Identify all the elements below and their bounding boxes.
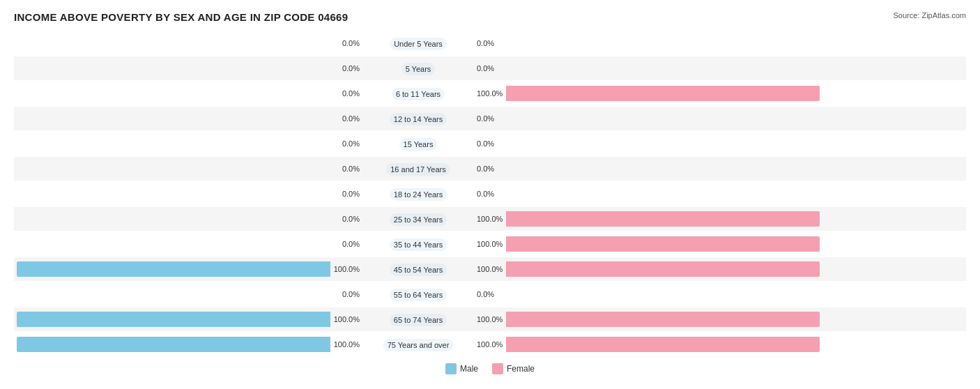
left-bar-container <box>17 86 330 101</box>
left-bar-container <box>17 36 330 51</box>
bar-label: 18 to 24 Years <box>390 188 447 201</box>
right-section: 0.0% <box>474 136 822 151</box>
female-bar <box>506 261 820 277</box>
chart-area: 0.0% Under 5 Years 0.0% 0.0% 5 Years <box>14 31 966 356</box>
left-section: 100.0% <box>14 337 362 352</box>
male-bar <box>17 261 330 277</box>
chart-title: INCOME ABOVE POVERTY BY SEX AND AGE IN Z… <box>14 11 348 23</box>
bar-row: 0.0% 5 Years 0.0% <box>14 56 966 80</box>
bar-label: 16 and 17 Years <box>386 163 450 176</box>
female-value: 100.0% <box>477 89 506 98</box>
label-section: 45 to 54 Years <box>362 263 474 276</box>
bar-row: 0.0% 25 to 34 Years 100.0% <box>14 207 966 231</box>
left-bar-container <box>17 287 330 302</box>
bar-row: 100.0% 75 Years and over 100.0% <box>14 333 966 356</box>
label-section: 12 to 14 Years <box>362 112 474 125</box>
female-value: 0.0% <box>477 139 506 148</box>
male-value: 100.0% <box>330 340 360 349</box>
bar-row: 0.0% 55 to 64 Years 0.0% <box>14 282 966 306</box>
bar-label: 12 to 14 Years <box>390 113 447 125</box>
female-value: 100.0% <box>477 215 506 223</box>
label-section: 16 and 17 Years <box>362 162 474 176</box>
left-section: 0.0% <box>14 111 362 126</box>
male-value: 0.0% <box>330 39 360 47</box>
bar-row: 0.0% Under 5 Years 0.0% <box>14 31 966 55</box>
female-value: 0.0% <box>477 39 506 47</box>
bar-row: 0.0% 35 to 44 Years 100.0% <box>14 232 966 256</box>
left-bar-container <box>17 312 330 327</box>
right-bar-container <box>506 111 820 126</box>
female-value: 0.0% <box>477 190 506 198</box>
left-bar-container <box>17 261 330 277</box>
male-value: 0.0% <box>330 240 360 248</box>
right-section: 0.0% <box>474 36 822 51</box>
male-bar <box>17 337 330 352</box>
legend-female: Female <box>492 363 535 374</box>
female-value: 0.0% <box>477 290 506 298</box>
bar-label: 6 to 11 Years <box>392 88 445 100</box>
label-section: 75 Years and over <box>362 338 474 351</box>
bar-row: 0.0% 15 Years 0.0% <box>14 132 966 155</box>
left-section: 0.0% <box>14 86 362 101</box>
bar-row: 0.0% 12 to 14 Years 0.0% <box>14 107 966 130</box>
label-section: Under 5 Years <box>362 37 474 50</box>
female-value: 100.0% <box>477 315 506 323</box>
female-bar <box>506 337 820 352</box>
left-section: 100.0% <box>14 312 362 327</box>
left-section: 0.0% <box>14 287 362 302</box>
right-section: 100.0% <box>474 261 822 277</box>
male-value: 0.0% <box>330 290 360 298</box>
left-bar-container <box>17 136 330 151</box>
male-value: 0.0% <box>330 89 360 98</box>
right-bar-container <box>506 86 820 101</box>
left-section: 0.0% <box>14 61 362 76</box>
label-section: 6 to 11 Years <box>362 87 474 100</box>
bar-row: 0.0% 6 to 11 Years 100.0% <box>14 82 966 105</box>
male-value: 100.0% <box>330 315 360 323</box>
left-bar-container <box>17 236 330 252</box>
left-section: 0.0% <box>14 161 362 176</box>
label-section: 55 to 64 Years <box>362 288 474 301</box>
female-bar <box>506 236 820 252</box>
female-value: 100.0% <box>477 265 506 273</box>
male-value: 0.0% <box>330 64 360 73</box>
right-bar-container <box>506 287 820 302</box>
right-bar-container <box>506 186 820 201</box>
male-value: 0.0% <box>330 215 360 223</box>
left-bar-container <box>17 211 330 227</box>
right-bar-container <box>506 236 820 252</box>
bar-label: 55 to 64 Years <box>390 289 447 301</box>
male-value: 0.0% <box>330 114 360 123</box>
female-bar <box>506 312 820 327</box>
label-section: 5 Years <box>362 62 474 75</box>
label-section: 15 Years <box>362 137 474 151</box>
bar-label: 15 Years <box>399 138 438 151</box>
right-section: 0.0% <box>474 61 822 76</box>
right-bar-container <box>506 61 820 76</box>
right-bar-container <box>506 36 820 51</box>
left-bar-container <box>17 161 330 176</box>
legend-male: Male <box>445 363 478 374</box>
right-section: 0.0% <box>474 186 822 201</box>
label-section: 18 to 24 Years <box>362 188 474 201</box>
female-label: Female <box>507 364 535 374</box>
bar-row: 0.0% 16 and 17 Years 0.0% <box>14 157 966 181</box>
right-section: 100.0% <box>474 86 822 101</box>
label-section: 25 to 34 Years <box>362 213 474 226</box>
right-bar-container <box>506 211 820 227</box>
right-bar-container <box>506 161 820 176</box>
female-swatch <box>492 363 503 374</box>
bar-row: 0.0% 18 to 24 Years 0.0% <box>14 182 966 206</box>
bar-label: 65 to 74 Years <box>390 314 447 326</box>
left-section: 0.0% <box>14 211 362 227</box>
bar-row: 100.0% 45 to 54 Years 100.0% <box>14 257 966 281</box>
male-value: 0.0% <box>330 190 360 198</box>
male-swatch <box>445 363 457 374</box>
left-section: 0.0% <box>14 186 362 201</box>
female-value: 0.0% <box>477 114 506 123</box>
right-section: 0.0% <box>474 287 822 302</box>
label-section: 65 to 74 Years <box>362 313 474 326</box>
legend-row: Male Female <box>14 363 966 374</box>
right-bar-container <box>506 312 820 327</box>
source-text: Source: ZipAtlas.com <box>893 11 966 20</box>
